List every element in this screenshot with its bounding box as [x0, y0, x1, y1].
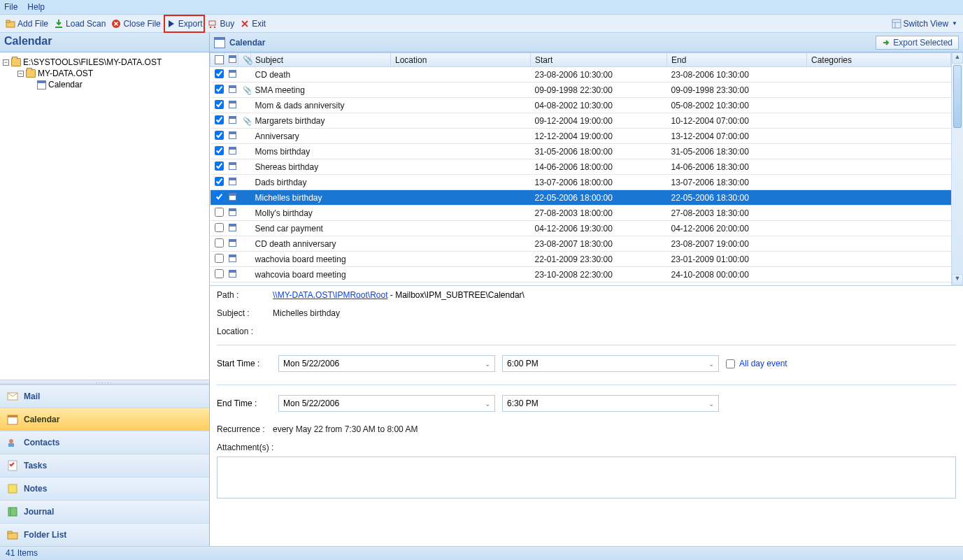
calendar-icon	[229, 162, 236, 170]
table-row[interactable]: Moms birthday31-05-2006 18:00:0031-05-20…	[211, 144, 951, 159]
attachments-box[interactable]	[217, 457, 956, 498]
path-link[interactable]: \\MY-DATA.OST\IPMRoot\Root	[273, 290, 387, 300]
close-circle-icon	[111, 19, 121, 29]
cell-categories	[807, 159, 951, 175]
col-subject[interactable]: Subject	[251, 53, 391, 67]
cell-end: 05-08-2002 10:30:00	[667, 98, 807, 113]
svg-rect-16	[8, 484, 17, 493]
row-checkbox[interactable]	[215, 131, 224, 140]
table-row[interactable]: Send car payment04-12-2006 19:30:0004-12…	[211, 221, 951, 236]
cell-start: 04-12-2006 19:30:00	[531, 221, 667, 236]
scroll-down-arrow[interactable]: ▼	[952, 274, 963, 285]
calendar-icon	[229, 85, 236, 93]
add-file-button[interactable]: Add File	[3, 17, 51, 30]
col-location[interactable]: Location	[391, 53, 531, 67]
cell-end: 10-12-2004 07:00:00	[667, 113, 807, 129]
table-row[interactable]: Dads birthday13-07-2006 18:00:0013-07-20…	[211, 175, 951, 190]
calendar-grid[interactable]: 📎 Subject Location Start End Categories …	[210, 52, 951, 285]
table-row[interactable]: wachovia board meeting22-01-2009 23:30:0…	[211, 252, 951, 267]
export-button[interactable]: Export	[164, 15, 206, 33]
row-checkbox[interactable]	[215, 254, 224, 263]
cell-location	[391, 129, 531, 144]
row-checkbox[interactable]	[215, 192, 224, 201]
buy-button[interactable]: Buy	[205, 17, 237, 30]
close-file-button[interactable]: Close File	[108, 17, 163, 30]
calendar-icon	[229, 55, 236, 63]
collapse-icon[interactable]: −	[3, 59, 9, 66]
vertical-scrollbar[interactable]: ▲ ▼	[951, 52, 963, 285]
row-checkbox[interactable]	[215, 100, 224, 109]
mail-icon	[7, 391, 18, 402]
table-row[interactable]: Michelles birthday22-05-2006 18:00:0022-…	[211, 190, 951, 206]
scroll-up-arrow[interactable]: ▲	[952, 52, 963, 64]
row-checkbox[interactable]	[215, 223, 224, 232]
nav-mail[interactable]: Mail	[0, 385, 209, 408]
row-checkbox[interactable]	[215, 177, 224, 186]
end-time-dropdown[interactable]: 6:30 PM⌄	[502, 395, 719, 412]
table-row[interactable]: Shereas birthday14-06-2006 18:00:0014-06…	[211, 159, 951, 175]
col-categories[interactable]: Categories	[807, 53, 951, 67]
menu-help[interactable]: Help	[27, 2, 45, 12]
switch-view-button[interactable]: Switch View ▼	[889, 17, 960, 30]
nav-journal[interactable]: Journal	[0, 500, 209, 523]
nav-notes[interactable]: Notes	[0, 477, 209, 500]
resize-handle[interactable]: ······	[0, 380, 209, 385]
tree-node[interactable]: − MY-DATA.OST	[3, 68, 206, 79]
row-checkbox[interactable]	[215, 69, 224, 78]
end-date-dropdown[interactable]: Mon 5/22/2006⌄	[278, 395, 495, 412]
row-checkbox[interactable]	[215, 161, 224, 171]
subject-label: Subject :	[217, 308, 273, 318]
exit-button[interactable]: Exit	[237, 17, 269, 30]
tree-root[interactable]: − E:\SYSTOOLS\FILES\MY-DATA.OST	[3, 57, 206, 68]
nav-folder-list[interactable]: Folder List	[0, 523, 209, 546]
start-time-dropdown[interactable]: 6:00 PM⌄	[502, 355, 719, 372]
tree-leaf-calendar[interactable]: Calendar	[3, 79, 206, 90]
folder-tree[interactable]: − E:\SYSTOOLS\FILES\MY-DATA.OST − MY-DAT…	[0, 52, 209, 380]
scroll-thumb[interactable]	[953, 65, 962, 128]
chevron-down-icon: ⌄	[485, 360, 490, 368]
row-checkbox[interactable]	[215, 115, 224, 124]
row-checkbox[interactable]	[215, 238, 224, 247]
load-scan-button[interactable]: Load Scan	[51, 17, 108, 30]
svg-rect-2	[55, 27, 62, 28]
cell-start: 12-12-2004 19:00:00	[531, 129, 667, 144]
all-day-checkbox[interactable]: All day event	[726, 359, 787, 368]
cell-location	[391, 144, 531, 159]
table-row[interactable]: 📎SMA meeting09-09-1998 22:30:0009-09-199…	[211, 82, 951, 98]
cell-start: 13-07-2006 18:00:00	[531, 175, 667, 190]
cart-icon	[208, 19, 217, 29]
cell-location	[391, 175, 531, 190]
contacts-icon	[7, 437, 18, 448]
nav-calendar[interactable]: Calendar	[0, 408, 209, 431]
export-selected-button[interactable]: Export Selected	[876, 36, 959, 50]
table-row[interactable]: 📎Margarets birthday09-12-2004 19:00:0010…	[211, 113, 951, 129]
column-headers[interactable]: 📎 Subject Location Start End Categories	[211, 53, 951, 67]
col-type[interactable]	[224, 53, 238, 67]
nav-contacts[interactable]: Contacts	[0, 431, 209, 454]
col-start[interactable]: Start	[531, 53, 667, 67]
cell-location	[391, 236, 531, 252]
table-row[interactable]: CD death anniversary23-08-2007 18:30:002…	[211, 236, 951, 252]
nav-tasks[interactable]: Tasks	[0, 454, 209, 477]
table-row[interactable]: Anniversary12-12-2004 19:00:0013-12-2004…	[211, 129, 951, 144]
folder-icon	[26, 69, 36, 78]
col-checkbox[interactable]	[211, 53, 224, 67]
row-checkbox[interactable]	[215, 146, 224, 155]
col-attachment[interactable]: 📎	[238, 53, 251, 67]
table-row[interactable]: Mom & dads anniversity04-08-2002 10:30:0…	[211, 98, 951, 113]
row-checkbox[interactable]	[215, 269, 224, 278]
notes-icon	[7, 483, 18, 494]
chevron-down-icon: ⌄	[708, 400, 714, 408]
row-checkbox[interactable]	[215, 208, 224, 217]
cell-location	[391, 113, 531, 129]
collapse-icon[interactable]: −	[17, 71, 24, 77]
menu-file[interactable]: File	[4, 2, 17, 12]
row-checkbox[interactable]	[215, 85, 224, 94]
table-row[interactable]: CD death23-08-2006 10:30:0023-08-2006 10…	[211, 67, 951, 82]
cell-subject: Shereas birthday	[251, 159, 391, 175]
cell-categories	[807, 252, 951, 267]
start-date-dropdown[interactable]: Mon 5/22/2006⌄	[278, 355, 495, 372]
table-row[interactable]: wahcovia board meeting23-10-2008 22:30:0…	[211, 267, 951, 282]
col-end[interactable]: End	[667, 53, 807, 67]
table-row[interactable]: Molly's birthday27-08-2003 18:00:0027-08…	[211, 206, 951, 221]
